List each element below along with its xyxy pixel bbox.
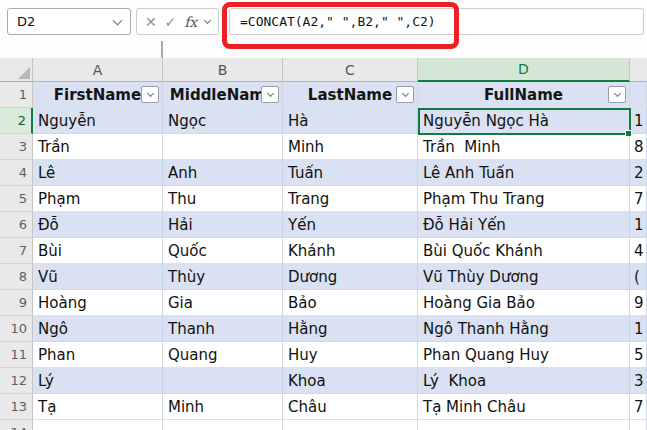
- row-header-8[interactable]: 8: [0, 264, 33, 290]
- cell-c11[interactable]: Huy: [283, 342, 418, 368]
- row-header-9[interactable]: 9: [0, 290, 33, 316]
- fx-dropdown-icon[interactable]: [204, 16, 211, 23]
- cell-e6[interactable]: 1: [630, 212, 647, 238]
- cell-d8[interactable]: Vũ Thùy Dương: [418, 264, 630, 290]
- cell-c6[interactable]: Yến: [283, 212, 418, 238]
- cell-d2-active[interactable]: Nguyễn Ngọc Hà: [418, 108, 630, 134]
- column-header-e-sliver[interactable]: [630, 58, 647, 82]
- cell-a3[interactable]: Trần: [33, 134, 163, 160]
- cell-b7[interactable]: Quốc: [163, 238, 283, 264]
- cell-e9[interactable]: 9: [630, 290, 647, 316]
- cell-e8[interactable]: (: [630, 264, 647, 290]
- row-header-2[interactable]: 2: [0, 108, 33, 134]
- column-header-b[interactable]: B: [163, 58, 283, 82]
- header-cell-middlename[interactable]: MiddleName: [163, 82, 283, 108]
- cell-a13[interactable]: Tạ: [33, 394, 163, 420]
- cell-c8[interactable]: Dương: [283, 264, 418, 290]
- cell-b9[interactable]: Gia: [163, 290, 283, 316]
- formula-input[interactable]: =CONCAT(A2," ",B2," ",C2): [229, 8, 644, 35]
- cell-c4[interactable]: Tuấn: [283, 160, 418, 186]
- cancel-icon[interactable]: ✕: [145, 15, 157, 29]
- row-header-5[interactable]: 5: [0, 186, 33, 212]
- column-header-c[interactable]: C: [283, 58, 418, 82]
- cell-d3[interactable]: Trần Minh: [418, 134, 630, 160]
- cell-b12[interactable]: [163, 368, 283, 394]
- row-header-3[interactable]: 3: [0, 134, 33, 160]
- filter-button[interactable]: [141, 86, 159, 103]
- column-header-d[interactable]: D: [418, 58, 630, 82]
- cell-a9[interactable]: Hoàng: [33, 290, 163, 316]
- filter-button[interactable]: [608, 86, 626, 103]
- cell-a7[interactable]: Bùi: [33, 238, 163, 264]
- cell-a2[interactable]: Nguyễn: [33, 108, 163, 134]
- cell-e10[interactable]: 1: [630, 316, 647, 342]
- row-header-10[interactable]: 10: [0, 316, 33, 342]
- cell-b13[interactable]: Minh: [163, 394, 283, 420]
- cell-c7[interactable]: Khánh: [283, 238, 418, 264]
- cell-b2[interactable]: Ngọc: [163, 108, 283, 134]
- cell-c2[interactable]: Hà: [283, 108, 418, 134]
- row-header-4[interactable]: 4: [0, 160, 33, 186]
- row-header-14[interactable]: 14: [0, 420, 33, 430]
- cell-b6[interactable]: Hải: [163, 212, 283, 238]
- cell-b3[interactable]: [163, 134, 283, 160]
- cell-e3[interactable]: 8: [630, 134, 647, 160]
- cell-e11[interactable]: 5: [630, 342, 647, 368]
- cell-d14[interactable]: [418, 420, 630, 430]
- cell-e2[interactable]: 1: [630, 108, 647, 134]
- cell-e7[interactable]: 4: [630, 238, 647, 264]
- cell-d11[interactable]: Phan Quang Huy: [418, 342, 630, 368]
- cell-d4[interactable]: Lê Anh Tuấn: [418, 160, 630, 186]
- cell-a6[interactable]: Đỗ: [33, 212, 163, 238]
- name-box-dropdown-icon[interactable]: [113, 15, 123, 25]
- cell-a14[interactable]: [33, 420, 163, 430]
- cell-a5[interactable]: Phạm: [33, 186, 163, 212]
- cell-c5[interactable]: Trang: [283, 186, 418, 212]
- header-cell-lastname[interactable]: LastName: [283, 82, 418, 108]
- cell-a12[interactable]: Lý: [33, 368, 163, 394]
- select-all-button[interactable]: [0, 58, 33, 82]
- cell-d13[interactable]: Tạ Minh Châu: [418, 394, 630, 420]
- row-header-13[interactable]: 13: [0, 394, 33, 420]
- cell-b10[interactable]: Thanh: [163, 316, 283, 342]
- cell-c14[interactable]: [283, 420, 418, 430]
- cell-a8[interactable]: Vũ: [33, 264, 163, 290]
- cell-e5[interactable]: 7: [630, 186, 647, 212]
- cell-a4[interactable]: Lê: [33, 160, 163, 186]
- cell-a10[interactable]: Ngô: [33, 316, 163, 342]
- cell-d10[interactable]: Ngô Thanh Hằng: [418, 316, 630, 342]
- cell-c13[interactable]: Châu: [283, 394, 418, 420]
- row-header-7[interactable]: 7: [0, 238, 33, 264]
- cell-c12[interactable]: Khoa: [283, 368, 418, 394]
- enter-icon[interactable]: ✓: [165, 15, 177, 29]
- row-header-6[interactable]: 6: [0, 212, 33, 238]
- cell-b11[interactable]: Quang: [163, 342, 283, 368]
- cell-d6[interactable]: Đỗ Hải Yến: [418, 212, 630, 238]
- fill-handle[interactable]: [625, 130, 632, 137]
- cell-b8[interactable]: Thùy: [163, 264, 283, 290]
- header-cell-e-sliver[interactable]: [630, 82, 647, 108]
- cell-b14[interactable]: [163, 420, 283, 430]
- cell-e13[interactable]: 7: [630, 394, 647, 420]
- cell-e14[interactable]: [630, 420, 647, 430]
- cell-a11[interactable]: Phan: [33, 342, 163, 368]
- row-header-11[interactable]: 11: [0, 342, 33, 368]
- cell-c3[interactable]: Minh: [283, 134, 418, 160]
- cell-d9[interactable]: Hoàng Gia Bảo: [418, 290, 630, 316]
- row-header-1[interactable]: 1: [0, 82, 33, 108]
- cell-e4[interactable]: 2: [630, 160, 647, 186]
- insert-function-icon[interactable]: fx: [184, 14, 197, 30]
- cell-e12[interactable]: 3: [630, 368, 647, 394]
- header-cell-firstname[interactable]: FirstName: [33, 82, 163, 108]
- cell-d7[interactable]: Bùi Quốc Khánh: [418, 238, 630, 264]
- name-box[interactable]: D2: [7, 8, 131, 35]
- cell-c10[interactable]: Hằng: [283, 316, 418, 342]
- cell-d12[interactable]: Lý Khoa: [418, 368, 630, 394]
- cell-b4[interactable]: Anh: [163, 160, 283, 186]
- column-header-a[interactable]: A: [33, 58, 163, 82]
- filter-button[interactable]: [396, 86, 414, 103]
- row-header-12[interactable]: 12: [0, 368, 33, 394]
- cell-b5[interactable]: Thu: [163, 186, 283, 212]
- cell-c9[interactable]: Bảo: [283, 290, 418, 316]
- filter-button[interactable]: [261, 86, 279, 103]
